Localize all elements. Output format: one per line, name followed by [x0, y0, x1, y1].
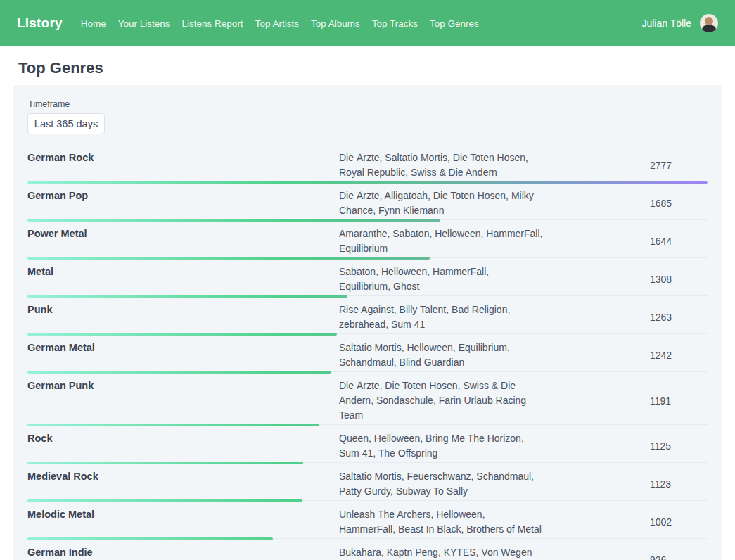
genre-row: German Metal Saltatio Mortis, Helloween,…: [27, 334, 708, 372]
genre-count: 1242: [650, 350, 672, 361]
genre-artists: Saltatio Mortis, Helloween, Equilibrium,…: [339, 341, 543, 370]
genre-count: 1644: [650, 236, 672, 247]
genre-name: Melodic Metal: [27, 507, 339, 537]
genre-name: Rock: [27, 431, 339, 461]
genre-artists: Rise Against, Billy Talent, Bad Religion…: [339, 303, 543, 332]
genre-artists: Amaranthe, Sabaton, Helloween, HammerFal…: [339, 227, 543, 256]
genre-name: German Punk: [27, 378, 339, 423]
genre-progress-bar: [27, 462, 303, 464]
genre-count: 1308: [650, 274, 672, 285]
genre-table: German Rock Die Ärzte, Saltatio Mortis, …: [27, 144, 708, 560]
genre-count: 1125: [650, 440, 671, 452]
top-genres-page: Top Genres Timeframe Last 365 days Germa…: [0, 59, 735, 560]
genre-row: Metal Sabaton, Helloween, HammerFall, Eq…: [27, 258, 708, 296]
genre-row: German Indie Bukahara, Käptn Peng, KYTES…: [27, 539, 708, 560]
nav-item-top-artists[interactable]: Top Artists: [255, 18, 299, 29]
genre-artists: Die Ärzte, Alligatoah, Die Toten Hosen, …: [339, 189, 543, 218]
genre-progress-bar: [27, 257, 430, 260]
genre-count: 926: [650, 554, 666, 560]
genre-name: German Rock: [27, 151, 339, 180]
genre-row: Medieval Rock Saltatio Mortis, Feuerschw…: [27, 463, 708, 501]
genre-artists: Saltatio Mortis, Feuerschwanz, Schandmau…: [339, 469, 543, 499]
nav-item-top-albums[interactable]: Top Albums: [311, 18, 360, 29]
timeframe-label: Timeframe: [27, 99, 708, 109]
user-avatar[interactable]: [700, 14, 718, 32]
timeframe-filter: Timeframe Last 365 days: [27, 99, 708, 134]
nav-item-home[interactable]: Home: [81, 18, 106, 29]
user-name[interactable]: Julian Tölle: [641, 18, 691, 29]
genre-count: 1002: [650, 516, 672, 528]
genre-name: Power Metal: [27, 227, 339, 256]
main-nav: HomeYour ListensListens ReportTop Artist…: [81, 18, 479, 29]
genre-name: German Pop: [27, 189, 339, 218]
genre-artists: Queen, Helloween, Bring Me The Horizon, …: [339, 431, 543, 461]
genre-progress-bar: [27, 499, 302, 502]
genre-row: Rock Queen, Helloween, Bring Me The Hori…: [27, 425, 708, 463]
avatar-body-shape: [702, 25, 716, 32]
genre-count: 1123: [650, 478, 671, 490]
genre-name: German Indie: [27, 545, 339, 560]
genre-name: Metal: [27, 265, 339, 294]
user-area: Julian Tölle: [641, 14, 718, 32]
genre-row: German Rock Die Ärzte, Saltatio Mortis, …: [27, 144, 708, 182]
genre-progress-bar: [27, 424, 319, 426]
genre-progress-bar: [27, 295, 347, 298]
top-genres-card: Timeframe Last 365 days German Rock Die …: [13, 85, 722, 560]
nav-item-listens-report[interactable]: Listens Report: [182, 18, 243, 29]
genre-row: German Pop Die Ärzte, Alligatoah, Die To…: [27, 182, 708, 220]
page-title: Top Genres: [18, 59, 717, 77]
genre-row: Punk Rise Against, Billy Talent, Bad Rel…: [27, 296, 708, 334]
app-header: Listory HomeYour ListensListens ReportTo…: [0, 0, 735, 46]
genre-name: Punk: [27, 303, 339, 332]
genre-artists: Die Ärzte, Saltatio Mortis, Die Toten Ho…: [339, 151, 543, 180]
genre-count: 2777: [650, 160, 672, 171]
genre-count: 1685: [650, 198, 672, 209]
genre-artists: Die Ärzte, Die Toten Hosen, Swiss & Die …: [339, 378, 543, 423]
genre-row: Power Metal Amaranthe, Sabaton, Hellowee…: [27, 220, 708, 258]
genre-progress-bar: [27, 537, 273, 540]
genre-artists: Unleash The Archers, Helloween, HammerFa…: [339, 507, 543, 537]
genre-row: German Punk Die Ärzte, Die Toten Hosen, …: [27, 372, 708, 425]
genre-count: 1263: [650, 312, 672, 323]
genre-progress-bar: [27, 181, 708, 184]
genre-progress-bar: [27, 371, 331, 374]
genre-progress-bar: [27, 333, 337, 336]
app-logo[interactable]: Listory: [17, 15, 63, 31]
nav-item-your-listens[interactable]: Your Listens: [118, 18, 170, 29]
genre-progress-bar: [27, 219, 440, 222]
genre-row: Melodic Metal Unleash The Archers, Hello…: [27, 501, 708, 539]
genre-count: 1191: [650, 395, 671, 407]
genre-name: German Metal: [27, 341, 339, 370]
genre-artists: Sabaton, Helloween, HammerFall, Equilibr…: [339, 265, 543, 294]
genre-name: Medieval Rock: [27, 469, 339, 499]
nav-item-top-genres[interactable]: Top Genres: [430, 18, 479, 29]
genre-artists: Bukahara, Käptn Peng, KYTES, Von Wegen L…: [339, 545, 543, 560]
timeframe-select[interactable]: Last 365 days: [27, 113, 105, 134]
nav-item-top-tracks[interactable]: Top Tracks: [372, 18, 418, 29]
